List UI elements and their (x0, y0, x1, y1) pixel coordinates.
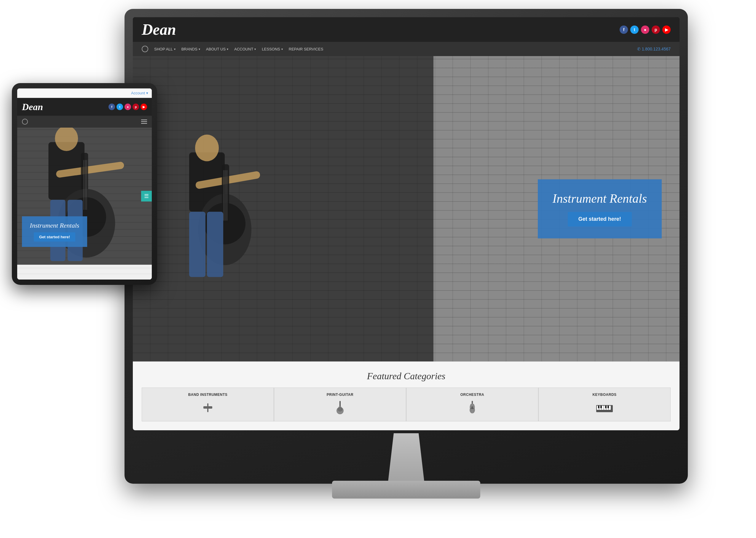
facebook-icon[interactable]: f (620, 26, 628, 34)
svg-rect-11 (207, 212, 223, 277)
tablet-header: Dean f t ● p ▶ (17, 98, 152, 116)
nav-about-us[interactable]: ABOUT US ▾ (206, 47, 228, 51)
categories-list: BAND INSTRUMENTS PRINT-GUITAR (142, 388, 671, 421)
tablet-bottom-area (17, 265, 152, 280)
tablet-banner-button[interactable]: Get started here! (34, 232, 75, 242)
guitar-player-svg (165, 56, 278, 361)
tablet-logo: Dean (22, 101, 43, 112)
nav-shop-all[interactable]: SHOP ALL ▾ (154, 47, 175, 51)
tablet-nav (17, 116, 152, 128)
instagram-icon[interactable]: ● (641, 26, 649, 34)
twitter-icon[interactable]: t (630, 26, 638, 34)
svg-rect-28 (601, 405, 604, 410)
svg-point-1 (195, 135, 219, 161)
tablet-search-icon[interactable] (22, 119, 28, 125)
svg-rect-33 (600, 405, 602, 408)
scene: Dean f t ● p ▶ (0, 0, 756, 538)
monitor-phone: ✆ 1.800.123.4567 (637, 47, 671, 51)
svg-rect-32 (598, 405, 599, 408)
monitor-hero-banner: Instrument Rentals Get started here! (538, 179, 662, 238)
tablet-social: f t ● p ▶ (109, 104, 147, 110)
monitor-hero: Instrument Rentals Get started here! (133, 56, 680, 361)
tablet-hero: ☰ Instrument Rentals Get started here! (17, 128, 152, 265)
guitar-player-figure (148, 56, 296, 361)
nav-brands[interactable]: BRANDS ▾ (181, 47, 200, 51)
category-print-guitar[interactable]: PRINT-GUITAR (274, 388, 406, 421)
tablet-website: Account ▾ Dean f t ● p ▶ (17, 88, 152, 280)
monitor-logo: Dean (142, 21, 176, 38)
nav-account[interactable]: ACCOUNT ▾ (234, 47, 256, 51)
tablet-hero-banner: Instrument Rentals Get started here! (22, 216, 87, 247)
nav-repair[interactable]: REPAIR SERVICES (289, 47, 323, 51)
search-icon[interactable] (142, 46, 148, 52)
hamburger-line-3 (141, 123, 147, 124)
tablet-account-link[interactable]: Account ▾ (131, 91, 148, 95)
tablet-facebook-icon[interactable]: f (109, 104, 115, 110)
monitor-frame: Dean f t ● p ▶ (124, 9, 688, 484)
tablet-instagram-icon[interactable]: ● (124, 104, 131, 110)
youtube-icon[interactable]: ▶ (662, 26, 671, 34)
violin-icon (468, 400, 477, 415)
monitor-categories: Featured Categories BAND INSTRUMENTS (133, 361, 680, 430)
category-orchestra[interactable]: ORCHESTRA (406, 388, 539, 421)
tablet-pinterest-icon[interactable]: p (132, 104, 139, 110)
monitor-social-icons: f t ● p ▶ (620, 26, 671, 34)
tablet: Account ▾ Dean f t ● p ▶ (12, 83, 157, 285)
nav-lessons[interactable]: LESSONS ▾ (262, 47, 283, 51)
hamburger-line-2 (141, 121, 147, 122)
svg-rect-10 (189, 212, 206, 277)
tablet-hamburger-menu[interactable] (141, 120, 147, 124)
hero-banner-button[interactable]: Get started here! (568, 212, 632, 226)
tablet-teal-menu-button[interactable]: ☰ (141, 191, 152, 201)
hamburger-line-1 (141, 120, 147, 120)
monitor-nav-left: SHOP ALL ▾ BRANDS ▾ ABOUT US ▾ (142, 46, 323, 52)
monitor-header: Dean f t ● p ▶ (133, 17, 680, 42)
svg-rect-31 (609, 405, 611, 410)
tablet-topbar: Account ▾ (17, 88, 152, 98)
tablet-twitter-icon[interactable]: t (117, 104, 123, 110)
guitar-icon (336, 400, 345, 415)
band-instruments-icon (202, 400, 214, 415)
hero-banner-title: Instrument Rentals (553, 191, 647, 206)
monitor-screen: Dean f t ● p ▶ (133, 17, 680, 430)
svg-point-16 (338, 407, 343, 411)
category-keyboards[interactable]: KEYBOARDS (539, 388, 671, 421)
pinterest-icon[interactable]: p (652, 26, 660, 34)
tablet-youtube-icon[interactable]: ▶ (141, 104, 147, 110)
tablet-banner-title: Instrument Rentals (28, 222, 81, 229)
featured-categories-title: Featured Categories (142, 371, 671, 382)
tablet-frame: Account ▾ Dean f t ● p ▶ (12, 83, 157, 285)
category-band-instruments[interactable]: BAND INSTRUMENTS (142, 388, 274, 421)
monitor: Dean f t ● p ▶ (124, 9, 688, 484)
monitor-website: Dean f t ● p ▶ (133, 17, 680, 430)
monitor-nav: SHOP ALL ▾ BRANDS ▾ ABOUT US ▾ (133, 42, 680, 56)
svg-rect-35 (607, 405, 609, 408)
tablet-screen: Account ▾ Dean f t ● p ▶ (17, 88, 152, 280)
svg-rect-34 (605, 405, 607, 408)
svg-rect-13 (207, 403, 209, 412)
keyboard-icon (595, 400, 613, 415)
monitor-stand-base (332, 481, 480, 499)
